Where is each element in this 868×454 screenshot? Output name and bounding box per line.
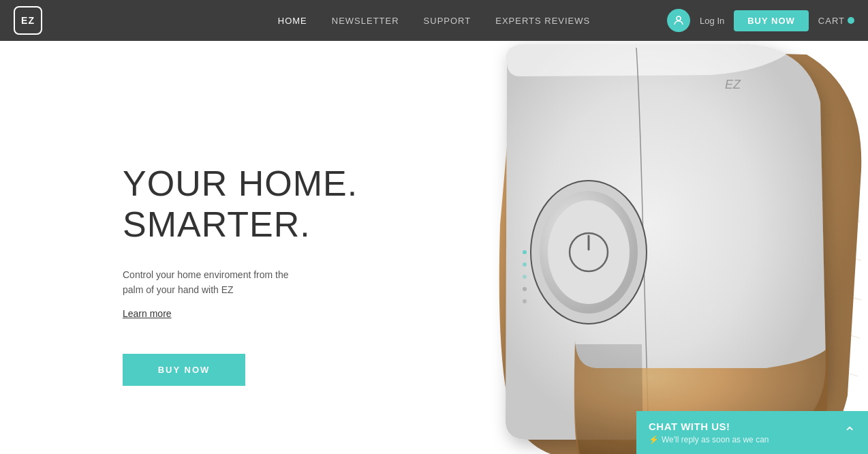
svg-point-7 — [523, 262, 527, 267]
hero-content: YOUR HOME. SMARTER. Control your home en… — [123, 164, 358, 386]
chat-subtitle: ⚡ We'll reply as soon as we can — [649, 435, 769, 444]
bolt-icon: ⚡ — [649, 435, 659, 444]
learn-more-link[interactable]: Learn more — [123, 308, 172, 319]
svg-point-10 — [523, 299, 527, 303]
navbar-center: HOME NEWSLETTER SUPPORT EXPERTS REVIEWS — [278, 16, 590, 26]
chevron-up-icon: ⌃ — [843, 424, 856, 442]
chat-content: CHAT WITH US! ⚡ We'll reply as soon as w… — [649, 421, 769, 444]
cart-label: CART — [818, 16, 845, 26]
cart-indicator — [848, 17, 854, 24]
buy-now-hero-button[interactable]: BUY NOW — [123, 354, 245, 386]
svg-point-9 — [523, 287, 527, 291]
navbar-left: EZ — [14, 6, 42, 35]
logo[interactable]: EZ — [14, 6, 42, 35]
svg-text:EZ: EZ — [725, 78, 741, 91]
hero-subtitle: Control your home enviroment from the pa… — [123, 267, 307, 298]
svg-point-8 — [523, 275, 527, 279]
svg-point-0 — [677, 16, 681, 20]
nav-newsletter[interactable]: NEWSLETTER — [332, 16, 399, 26]
nav-home[interactable]: HOME — [278, 16, 307, 26]
hero-section: EZ YOUR HOME. SMARTER. Control your home… — [0, 41, 868, 454]
user-avatar-icon[interactable] — [667, 9, 690, 32]
navbar: EZ HOME NEWSLETTER SUPPORT EXPERTS REVIE… — [0, 0, 868, 41]
chat-widget[interactable]: CHAT WITH US! ⚡ We'll reply as soon as w… — [636, 411, 868, 454]
svg-point-3 — [548, 200, 630, 304]
cart-area[interactable]: CART — [818, 16, 854, 26]
svg-point-6 — [523, 250, 527, 254]
navbar-right: Log In BUY NOW CART — [667, 9, 854, 32]
product-image: EZ — [371, 41, 868, 454]
nav-experts-reviews[interactable]: EXPERTS REVIEWS — [495, 16, 590, 26]
hero-title: YOUR HOME. SMARTER. — [123, 164, 358, 245]
login-link[interactable]: Log In — [700, 16, 724, 26]
nav-support[interactable]: SUPPORT — [424, 16, 471, 26]
buy-now-nav-button[interactable]: BUY NOW — [734, 10, 809, 31]
chat-title: CHAT WITH US! — [649, 421, 769, 432]
